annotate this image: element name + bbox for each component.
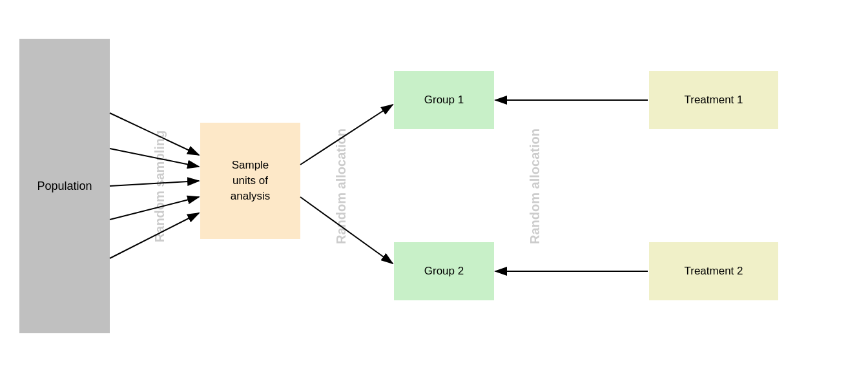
treatment1-box: Treatment 1 [649, 71, 778, 129]
treatment2-label: Treatment 2 [684, 265, 743, 278]
group1-box: Group 1 [394, 71, 494, 129]
group2-box: Group 2 [394, 242, 494, 300]
treatment1-label: Treatment 1 [684, 94, 743, 107]
arrows-svg [0, 0, 868, 372]
sample-box: Sample units of analysis [200, 123, 300, 239]
group1-label: Group 1 [424, 94, 464, 107]
random-sampling-label-container: Random sampling [147, 39, 173, 333]
treatment2-box: Treatment 2 [649, 242, 778, 300]
random-allocation-right-text: Random allocation [528, 129, 542, 244]
random-sampling-text: Random sampling [153, 130, 168, 242]
random-allocation-mid-text: Random allocation [334, 129, 349, 244]
population-label: Population [37, 180, 92, 193]
population-box: Population [19, 39, 110, 333]
diagram-container: Population Random sampling Sample units … [0, 0, 868, 372]
sample-label: Sample units of analysis [231, 158, 270, 203]
random-allocation-mid-container: Random allocation [328, 39, 354, 333]
group2-label: Group 2 [424, 265, 464, 278]
random-allocation-right-container: Random allocation [522, 39, 548, 333]
